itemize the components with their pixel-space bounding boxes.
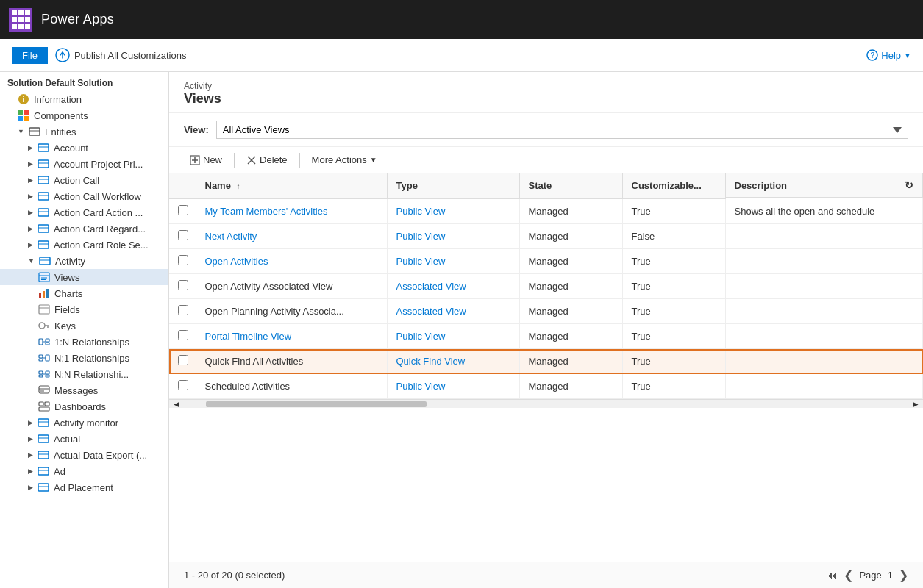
col-type[interactable]: Type (387, 173, 519, 198)
next-page-button[interactable]: ❯ (899, 568, 908, 582)
table-footer: 1 - 20 of 20 (0 selected) ⏮ ❮ Page 1 ❯ (169, 562, 923, 588)
account-chevron-icon: ▶ (28, 144, 33, 151)
sidebar-label-ad-placement: Ad Placement (54, 482, 113, 493)
activity-monitor-icon (38, 417, 49, 429)
table-row[interactable]: Open ActivitiesPublic ViewManagedTrue (169, 249, 923, 274)
col-description[interactable]: Description ↻ (726, 173, 923, 198)
sidebar-item-account[interactable]: ▶ Account (0, 140, 168, 156)
sidebar-item-action-call-workflow[interactable]: ▶ Action Call Workflow (0, 188, 168, 204)
action-card-role-chevron-icon: ▶ (28, 241, 33, 248)
ad-chevron-icon: ▶ (28, 467, 33, 475)
sidebar-label-actual-data-export: Actual Data Export (... (54, 450, 147, 461)
sidebar-item-activity[interactable]: ▼ Activity (0, 253, 168, 269)
app-title: Power Apps (41, 12, 114, 27)
table-row[interactable]: Open Activity Associated ViewAssociated … (169, 274, 923, 299)
row-name-link[interactable]: My Team Members' Activities (205, 206, 328, 217)
sidebar-item-actual[interactable]: ▶ Actual (0, 431, 168, 447)
row-checkbox[interactable] (178, 380, 188, 390)
sidebar-label-views: Views (54, 272, 79, 283)
row-checkbox[interactable] (178, 355, 188, 365)
main-layout: Solution Default Solution i Information … (0, 72, 923, 588)
table-row[interactable]: Next ActivityPublic ViewManagedFalse (169, 224, 923, 249)
svg-rect-15 (38, 176, 49, 184)
sidebar-item-account-project[interactable]: ▶ Account Project Pri... (0, 156, 168, 172)
nn-rel-icon (38, 368, 50, 380)
svg-rect-23 (38, 241, 49, 248)
svg-rect-31 (39, 293, 41, 298)
file-button[interactable]: File (12, 47, 48, 64)
row-description-cell (725, 349, 923, 374)
delete-button[interactable]: Delete (240, 151, 293, 168)
svg-rect-55 (39, 402, 43, 406)
sidebar-label-entities: Entities (45, 126, 76, 137)
col-type-label: Type (396, 180, 418, 191)
sidebar-item-actual-data-export[interactable]: ▶ Actual Data Export (... (0, 447, 168, 463)
sidebar-item-components[interactable]: Components (0, 107, 168, 123)
ad-placement-chevron-icon: ▶ (28, 484, 33, 491)
refresh-icon[interactable]: ↻ (905, 179, 913, 191)
table-row[interactable]: Scheduled ActivitiesPublic ViewManagedTr… (169, 374, 923, 399)
sidebar-item-activity-monitor[interactable]: ▶ Activity monitor (0, 415, 168, 431)
row-name-link[interactable]: Open Activities (205, 256, 268, 267)
row-checkbox[interactable] (178, 255, 188, 265)
row-name-link[interactable]: Next Activity (205, 231, 257, 242)
row-state-cell: Managed (519, 349, 622, 374)
first-page-button[interactable]: ⏮ (826, 569, 838, 582)
sidebar-label-1n-rel: 1:N Relationships (54, 337, 129, 348)
help-button[interactable]: ? Help ▼ (866, 49, 911, 61)
sidebar-item-dashboards[interactable]: Dashboards (0, 398, 168, 415)
activity-entity-icon (39, 255, 51, 267)
more-actions-button[interactable]: More Actions ▼ (306, 151, 383, 168)
sidebar-item-charts[interactable]: Charts (0, 285, 168, 301)
sidebar-item-ad-placement[interactable]: ▶ Ad Placement (0, 479, 168, 495)
scroll-right-icon[interactable]: ► (908, 399, 923, 409)
sidebar-item-action-call[interactable]: ▶ Action Call (0, 172, 168, 188)
view-dropdown[interactable]: All Active Views All Views My Views (216, 121, 908, 139)
svg-rect-13 (38, 160, 49, 168)
horizontal-scrollbar[interactable]: ◄ ► (169, 399, 923, 408)
prev-page-button[interactable]: ❮ (844, 568, 853, 582)
sidebar-item-nn-relationships[interactable]: N:N Relationshi... (0, 366, 168, 382)
sidebar-item-information[interactable]: i Information (0, 91, 168, 107)
table-row[interactable]: Quick Find All ActivitiesQuick Find View… (169, 349, 923, 374)
row-name-link[interactable]: Portal Timeline View (205, 331, 292, 342)
new-button[interactable]: New (184, 151, 228, 168)
account-project-chevron-icon: ▶ (28, 160, 33, 168)
publish-button[interactable]: Publish All Customizations (55, 48, 186, 62)
waffle-menu[interactable] (9, 8, 32, 32)
sidebar-item-ad[interactable]: ▶ Ad (0, 463, 168, 479)
row-checkbox-cell (169, 374, 196, 399)
new-icon (190, 155, 200, 165)
row-checkbox[interactable] (178, 305, 188, 315)
col-name[interactable]: Name ↑ (196, 173, 387, 198)
row-checkbox[interactable] (178, 230, 188, 240)
sidebar-item-messages[interactable]: Messages (0, 382, 168, 398)
row-state-cell: Managed (519, 324, 622, 349)
row-checkbox[interactable] (178, 280, 188, 290)
row-checkbox[interactable] (178, 205, 188, 215)
scrollbar-thumb[interactable] (206, 401, 427, 407)
row-checkbox[interactable] (178, 330, 188, 340)
sidebar-label-action-call: Action Call (54, 175, 99, 186)
sidebar-item-action-card-regard[interactable]: ▶ Action Card Regard... (0, 220, 168, 237)
views-table-container: Name ↑ Type State Customizable... (169, 173, 923, 562)
sidebar-item-entities[interactable]: ▼ Entities (0, 123, 168, 140)
row-description-cell (725, 324, 923, 349)
col-customizable[interactable]: Customizable... (622, 173, 725, 198)
sidebar-item-n1-relationships[interactable]: N:1 Relationships (0, 350, 168, 366)
col-state[interactable]: State (519, 173, 622, 198)
svg-rect-27 (39, 273, 49, 282)
row-checkbox-cell (169, 249, 196, 274)
table-row[interactable]: Open Planning Activity Associa...Associa… (169, 299, 923, 324)
table-row[interactable]: Portal Timeline ViewPublic ViewManagedTr… (169, 324, 923, 349)
table-row[interactable]: My Team Members' ActivitiesPublic ViewMa… (169, 198, 923, 224)
ad-icon (38, 465, 49, 477)
sidebar-item-action-card-role[interactable]: ▶ Action Card Role Se... (0, 237, 168, 253)
sidebar-item-fields[interactable]: Fields (0, 301, 168, 318)
sidebar-item-action-card-action[interactable]: ▶ Action Card Action ... (0, 204, 168, 220)
view-label: View: (184, 124, 209, 135)
sidebar-item-views[interactable]: Views (0, 269, 168, 285)
sidebar-item-keys[interactable]: Keys (0, 318, 168, 334)
sidebar-item-1n-relationships[interactable]: 1:N Relationships (0, 334, 168, 350)
scroll-left-icon[interactable]: ◄ (169, 399, 184, 409)
